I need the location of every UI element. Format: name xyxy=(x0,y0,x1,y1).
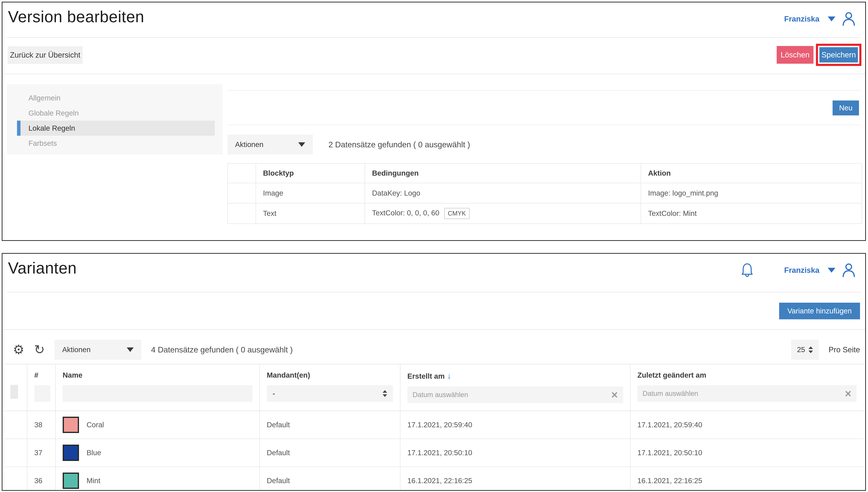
add-variant-button[interactable]: Variante hinzufügen xyxy=(779,303,860,319)
content-divider xyxy=(227,125,861,125)
cell-aktion: Image: logo_mint.png xyxy=(641,183,862,203)
sidebar-item-globale-regeln[interactable]: Globale Regeln xyxy=(17,105,215,121)
cell-mandant: Default xyxy=(260,411,400,439)
edit-version-panel: Version bearbeiten Franziska Zurück zur … xyxy=(2,2,866,241)
variants-panel: Varianten Franziska Variante hinzufügen … xyxy=(2,253,866,491)
cell-modified: 16.1.2021, 22:16:25 xyxy=(630,467,864,491)
cell-blocktyp: Text xyxy=(256,203,365,224)
cell-blocktyp: Image xyxy=(256,183,365,203)
created-date-input[interactable] xyxy=(407,387,623,403)
result-summary: 2 Datensätze gefunden ( 0 ausgewählt ) xyxy=(329,140,470,149)
page-title: Version bearbeiten xyxy=(8,8,144,26)
mandant-filter-select[interactable]: - xyxy=(267,385,393,402)
actions-dropdown-label: Aktionen xyxy=(235,140,263,149)
table-row[interactable]: Text TextColor: 0, 0, 0, 60CMYK TextColo… xyxy=(228,203,862,224)
toolbar-divider xyxy=(2,74,865,74)
cell-created: 17.1.2021, 20:59:40 xyxy=(400,411,630,439)
per-page-label: Pro Seite xyxy=(828,345,860,354)
col-header-number: # xyxy=(27,364,55,411)
new-rule-button[interactable]: Neu xyxy=(833,100,859,116)
col-header-name: Name xyxy=(55,364,260,411)
actions-dropdown[interactable]: Aktionen xyxy=(227,135,313,154)
delete-button[interactable]: Löschen xyxy=(777,46,814,64)
back-to-overview-button[interactable]: Zurück zur Übersicht xyxy=(8,46,82,64)
actions-dropdown[interactable]: Aktionen xyxy=(54,340,141,360)
variant-name: Mint xyxy=(87,476,100,485)
table-row[interactable]: 38 Coral Default 17.1.2021, 20:59:40 17.… xyxy=(5,411,864,439)
save-button-highlight: Speichern xyxy=(816,44,861,66)
col-header-blocktyp: Blocktyp xyxy=(256,164,365,183)
col-label: Mandant(en) xyxy=(267,371,393,379)
cell-name: Blue xyxy=(55,439,260,467)
clear-icon[interactable]: × xyxy=(611,389,618,400)
settings-sidebar: Allgemein Globale Regeln Lokale Regeln F… xyxy=(7,84,222,154)
table-row[interactable]: 36 Mint Default 16.1.2021, 22:16:25 16.1… xyxy=(5,467,864,491)
col-header-aktion: Aktion xyxy=(641,164,862,183)
col-label: # xyxy=(34,371,48,379)
user-menu[interactable]: Franziska xyxy=(784,11,856,26)
user-icon[interactable] xyxy=(841,11,856,26)
user-name[interactable]: Franziska xyxy=(784,266,819,274)
cell-bedingungen: DataKey: Logo xyxy=(365,183,641,203)
bedingung-text: TextColor: 0, 0, 0, 60 xyxy=(372,209,439,217)
variants-toolbar: ⚙ ↻ Aktionen 4 Datensätze gefunden ( 0 a… xyxy=(13,340,860,360)
result-summary: 4 Datensätze gefunden ( 0 ausgewählt ) xyxy=(151,345,293,354)
stepper-arrows-icon xyxy=(383,390,387,397)
clear-icon[interactable]: × xyxy=(845,388,851,399)
gear-icon[interactable]: ⚙ xyxy=(13,343,24,356)
cell-name: Mint xyxy=(55,467,260,491)
created-date-filter: × xyxy=(407,387,623,403)
cell-id: 36 xyxy=(27,467,55,491)
col-label[interactable]: Erstellt am xyxy=(407,372,445,380)
refresh-icon[interactable]: ↻ xyxy=(34,343,45,356)
color-swatch xyxy=(63,417,79,433)
modified-date-input[interactable] xyxy=(637,385,857,402)
select-all-checkbox[interactable] xyxy=(10,385,18,399)
table-row[interactable]: Image DataKey: Logo Image: logo_mint.png xyxy=(228,183,862,203)
sort-desc-icon[interactable]: ↓ xyxy=(447,371,451,380)
variants-table: # Name Mandant(en) - Erstellt am↓ xyxy=(5,364,864,491)
name-filter-input[interactable] xyxy=(63,385,252,402)
rules-toolbar: Aktionen 2 Datensätze gefunden ( 0 ausge… xyxy=(227,135,861,154)
pagination-controls: 25 Pro Seite xyxy=(791,340,860,360)
number-filter-input[interactable] xyxy=(34,385,50,402)
header-divider xyxy=(7,292,861,293)
page-title: Varianten xyxy=(8,259,77,277)
save-button[interactable]: Speichern xyxy=(819,47,858,63)
bell-icon[interactable] xyxy=(741,263,754,278)
local-rules-table: Blocktyp Bedingungen Aktion Image DataKe… xyxy=(227,163,862,224)
sidebar-item-allgemein[interactable]: Allgemein xyxy=(17,91,215,105)
variant-name: Blue xyxy=(87,449,101,457)
dropdown-caret-icon xyxy=(127,347,134,352)
col-label: Zuletzt geändert am xyxy=(637,371,857,379)
user-menu[interactable]: Franziska xyxy=(741,263,856,278)
color-swatch xyxy=(63,445,79,461)
chevron-down-icon[interactable] xyxy=(828,268,835,273)
cell-mandant: Default xyxy=(260,439,400,467)
table-row[interactable]: 37 Blue Default 17.1.2021, 20:50:10 17.1… xyxy=(5,439,864,467)
dropdown-caret-icon xyxy=(298,142,305,147)
variant-name: Coral xyxy=(87,421,104,429)
color-swatch xyxy=(63,472,79,489)
page-size-select[interactable]: 25 xyxy=(791,340,819,360)
content-top-divider xyxy=(227,90,861,91)
col-header-modified: Zuletzt geändert am × xyxy=(630,364,864,411)
screenshot-stage: Version bearbeiten Franziska Zurück zur … xyxy=(0,0,868,492)
page-size-value: 25 xyxy=(797,346,805,354)
col-header-mandant: Mandant(en) - xyxy=(260,364,400,411)
user-icon[interactable] xyxy=(841,263,856,278)
save-delete-button-row: Löschen Speichern xyxy=(777,44,861,66)
cell-mandant: Default xyxy=(260,467,400,491)
bedingung-text: DataKey: Logo xyxy=(372,189,420,197)
table-header-row: Blocktyp Bedingungen Aktion xyxy=(228,164,862,183)
col-header-bedingungen: Bedingungen xyxy=(365,164,641,183)
cell-id: 37 xyxy=(27,439,55,467)
cell-modified: 17.1.2021, 20:50:10 xyxy=(630,439,864,467)
cell-aktion: TextColor: Mint xyxy=(641,203,862,224)
chevron-down-icon[interactable] xyxy=(828,17,835,21)
sidebar-item-farbsets[interactable]: Farbsets xyxy=(17,136,215,151)
sidebar-item-lokale-regeln[interactable]: Lokale Regeln xyxy=(17,121,215,136)
col-label: Name xyxy=(63,371,252,379)
user-name[interactable]: Franziska xyxy=(784,15,819,23)
table-header-row: # Name Mandant(en) - Erstellt am↓ xyxy=(5,364,864,411)
